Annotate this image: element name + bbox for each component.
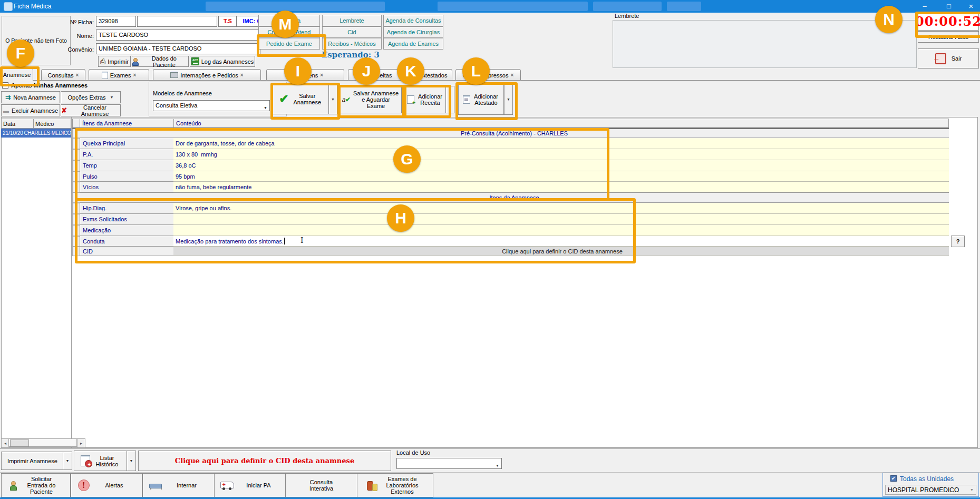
print-anamnese-dropdown[interactable]: ▼: [63, 452, 72, 470]
tab-close-icon[interactable]: ×: [510, 72, 513, 78]
maximize-button[interactable]: □: [938, 0, 960, 13]
tab-close-icon[interactable]: ×: [320, 72, 323, 78]
action-log-das-anamneses-button[interactable]: Log das Anamneses: [190, 56, 255, 67]
redacted-title-text: [667, 2, 701, 11]
tab-close-icon[interactable]: ×: [76, 72, 79, 78]
footer-button-label: Solicitar Entrada do Paciente: [21, 476, 63, 495]
delete-anamnese-button[interactable]: ▬ Excluir Anamnese: [1, 104, 60, 116]
tab-close-icon[interactable]: ×: [240, 72, 244, 78]
annotation-box-m: [257, 34, 326, 57]
grid-col-content[interactable]: Conteúdo: [173, 119, 949, 129]
tab-exames[interactable]: Exames×: [89, 69, 149, 81]
chevron-down-icon: ▼: [970, 488, 974, 492]
ambulance-icon: [220, 481, 234, 490]
all-units-label: Todas as Unidades: [900, 475, 954, 483]
history-col-medico[interactable]: Médico: [33, 119, 71, 129]
scrollbar-track[interactable]: [8, 438, 77, 447]
reminder-label: Lembrete: [615, 13, 639, 19]
all-units-checkbox[interactable]: ✔: [890, 475, 897, 482]
scrollbar-thumb[interactable]: [10, 439, 29, 447]
exit-label: Sair: [952, 55, 962, 62]
modelos-label: Modelos de Anamnese: [153, 90, 212, 96]
chevron-down-icon: ▼: [264, 104, 267, 111]
new-anamnese-icon: ⇉: [5, 94, 11, 101]
quick-button-agenda-de-exames[interactable]: Agenda de Exames: [383, 38, 443, 50]
print-anamnese-button[interactable]: Imprimir Anamnese: [1, 452, 64, 470]
footer-iniciar-pa-button[interactable]: Iniciar PA: [214, 473, 286, 497]
printer-icon: ⎙: [100, 58, 105, 65]
footer-button-label: Internar: [166, 482, 208, 488]
tab-label: Consultas: [48, 72, 74, 79]
extra-options-button[interactable]: Opções Extras ▼: [61, 91, 121, 103]
tab-close-icon[interactable]: ×: [133, 72, 136, 78]
annotation-marker-l: L: [462, 57, 490, 85]
modelos-panel: [149, 82, 287, 116]
list-history-button[interactable]: Listar Histórico: [74, 451, 128, 471]
document-icon: [102, 72, 108, 79]
annotation-marker-m: M: [271, 11, 299, 38]
annotation-box-k: [402, 85, 451, 118]
tab-consultas[interactable]: Consultas×: [41, 69, 85, 81]
cancel-anamnese-icon: ✘: [61, 106, 67, 114]
action-label: Dados do Paciente: [140, 55, 188, 68]
unit-combobox[interactable]: HOSPITAL PROMEDICO ▼: [885, 485, 976, 495]
grid-corner: [72, 119, 80, 129]
tab-label: Internações e Pedidos: [180, 72, 238, 79]
app-icon: [4, 2, 13, 11]
footer-solicitar-entrada-do-paciente-button[interactable]: Solicitar Entrada do Paciente: [1, 473, 71, 497]
tab-label: Exames: [110, 72, 131, 79]
quick-button-cid[interactable]: Cid: [322, 26, 382, 38]
redacted-title-text: [593, 2, 662, 11]
help-button[interactable]: ?: [951, 236, 965, 247]
ficha-medica-window: Ficha Médica – □ × O Paciente não tem Fo…: [0, 0, 980, 499]
close-button[interactable]: ×: [960, 0, 980, 13]
new-anamnese-button[interactable]: ⇉ Nova Anamnese: [1, 91, 60, 103]
list-history-icon: [81, 455, 90, 466]
nome-input[interactable]: TESTE CARDOSO: [96, 30, 260, 41]
define-cid-bar[interactable]: Clique aqui para definir o CID desta ana…: [138, 451, 391, 471]
quick-button-recibos-medicos[interactable]: Recibos - Médicos: [322, 38, 382, 50]
action-imprimir-button[interactable]: ⎙Imprimir: [98, 56, 131, 67]
footer-alertas-button[interactable]: !Alertas: [71, 473, 142, 497]
footer-internar-button[interactable]: Internar: [142, 473, 215, 497]
footer-button-label: Exames de Laboratórios Externos: [381, 476, 423, 495]
list-history-dropdown[interactable]: ▼: [127, 451, 136, 471]
minimize-button[interactable]: –: [914, 0, 936, 13]
annotation-box-n: [915, 12, 980, 38]
annotation-marker-i: I: [284, 57, 312, 85]
action-dados-do-paciente-button[interactable]: Dados do Paciente: [132, 56, 189, 67]
chevron-down-icon: ▼: [496, 462, 499, 469]
history-row[interactable]: 21/10/20CHARLLES MEDICO: [1, 129, 71, 138]
quick-button-agenda-de-consultas[interactable]: Agenda de Consultas: [383, 15, 443, 26]
nome-label: Nome:: [69, 33, 94, 39]
printer-icon: [170, 72, 178, 78]
local-de-uso-combobox[interactable]: ▼: [396, 458, 502, 469]
annotation-marker-f: F: [7, 40, 34, 67]
annotation-marker-n: N: [875, 6, 903, 33]
quick-button-lembrete[interactable]: Lembrete: [322, 15, 382, 26]
footer-consulta-interativa-button[interactable]: Consulta Interativa: [285, 473, 357, 497]
lab-icon: [367, 480, 377, 491]
annotation-box-h: [75, 198, 636, 263]
ts-badge[interactable]: T.S: [218, 16, 237, 27]
alert-icon: !: [78, 480, 90, 491]
modelo-combobox[interactable]: Consulta Eletiva ▼: [153, 100, 270, 111]
divider: [71, 117, 72, 448]
local-de-uso-label: Local de Uso: [396, 449, 430, 456]
grid-col-items[interactable]: Ítens da Anamnese: [80, 119, 174, 129]
convenio-input[interactable]: UNIMED GOIANIA - TESTE CARDOSO: [96, 43, 260, 54]
history-col-data[interactable]: Data: [1, 119, 34, 129]
exit-button[interactable]: Sair: [918, 48, 979, 69]
ficha-input[interactable]: 329098: [96, 16, 136, 27]
scroll-right-arrow[interactable]: ►: [77, 438, 85, 448]
reminder-panel[interactable]: [613, 20, 917, 68]
quick-button-agenda-de-cirurgias[interactable]: Agenda de Cirurgias: [383, 26, 443, 38]
footer-exames-de-laboratorios-externos-button[interactable]: Exames de Laboratórios Externos: [357, 473, 433, 497]
footer-button-label: Iniciar PA: [238, 482, 280, 488]
cancel-anamnese-button[interactable]: ✘ Cancelar Anamnese: [61, 104, 121, 116]
tab-internacoes-e-pedidos[interactable]: Internações e Pedidos×: [153, 69, 261, 81]
annotation-marker-h: H: [387, 204, 414, 232]
redacted-title-text: [438, 2, 588, 11]
ficha-secondary-input[interactable]: [137, 16, 217, 27]
chevron-down-icon: ▼: [110, 95, 114, 99]
